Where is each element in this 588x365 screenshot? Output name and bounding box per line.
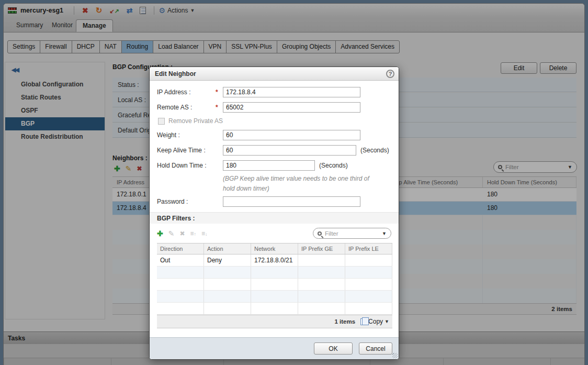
ok-button[interactable]: OK: [314, 342, 353, 355]
delete-filter-icon[interactable]: ✖: [179, 229, 185, 238]
filters-items-count: 1 items: [334, 318, 355, 325]
password-field[interactable]: [223, 196, 360, 207]
hold-down-time-label: Hold Down Time :: [157, 162, 216, 169]
weight-label: Weight :: [157, 131, 216, 139]
hold-down-time-field[interactable]: [223, 160, 315, 171]
filters-toolbar: ✚ ✎ ✖ ≡↑ ≡↓ Filter ▼: [157, 228, 391, 239]
required-asterisk: *: [216, 104, 223, 111]
edit-neighbor-dialog: Edit Neighbor ? IP Address : * Remote AS…: [149, 67, 399, 360]
copy-button[interactable]: Copy ▼: [360, 318, 389, 325]
keep-alive-units: (Seconds): [360, 147, 389, 154]
copy-icon: [360, 318, 366, 325]
move-up-icon[interactable]: ≡↑: [190, 230, 197, 237]
hold-down-units: (Seconds): [319, 162, 348, 169]
filter-row[interactable]: Out Deny 172.18.8.0/21: [157, 255, 392, 267]
bgp-filters-section: BGP Filters :: [150, 212, 399, 224]
dialog-footer: OK Cancel: [150, 337, 399, 359]
chevron-down-icon: ▼: [385, 319, 389, 324]
ip-address-field[interactable]: [223, 87, 360, 97]
filters-table-header: Direction Action Network IP Prefix GE IP…: [157, 243, 392, 255]
search-icon: [318, 231, 322, 236]
chevron-down-icon[interactable]: ▼: [382, 231, 387, 236]
remote-as-label: Remote AS :: [157, 104, 216, 111]
filters-table-footer: 1 items Copy ▼: [157, 315, 392, 328]
password-label: Password :: [157, 198, 216, 205]
ip-address-label: IP Address :: [157, 89, 216, 96]
required-asterisk: *: [216, 89, 223, 96]
bgp-filters-table: Direction Action Network IP Prefix GE IP…: [157, 243, 392, 328]
dialog-title: Edit Neighbor: [155, 70, 386, 78]
remote-as-field[interactable]: [223, 102, 360, 113]
keep-alive-note: (BGP Keep alive timer value needs to be …: [223, 174, 369, 193]
keep-alive-time-field[interactable]: [223, 145, 356, 156]
weight-field[interactable]: [223, 130, 360, 140]
remove-private-as-checkbox[interactable]: [158, 118, 165, 125]
cancel-button[interactable]: Cancel: [359, 342, 392, 355]
page: mercury-esg1 ✖ ↻ ↙↗ ⇄ ⚙ Actions ▼ Summar…: [0, 0, 588, 365]
dialog-titlebar: Edit Neighbor ?: [150, 67, 399, 81]
keep-alive-time-label: Keep Alive Time :: [157, 147, 216, 154]
remove-private-as-label: Remove Private AS: [168, 117, 223, 125]
help-icon[interactable]: ?: [386, 70, 394, 78]
filters-filter-input[interactable]: Filter ▼: [313, 228, 391, 239]
resize-grip[interactable]: [392, 353, 398, 358]
add-filter-icon[interactable]: ✚: [157, 229, 163, 238]
move-down-icon[interactable]: ≡↓: [201, 230, 208, 237]
edit-filter-icon[interactable]: ✎: [168, 229, 175, 238]
bgp-filters-label: BGP Filters :: [157, 215, 195, 222]
